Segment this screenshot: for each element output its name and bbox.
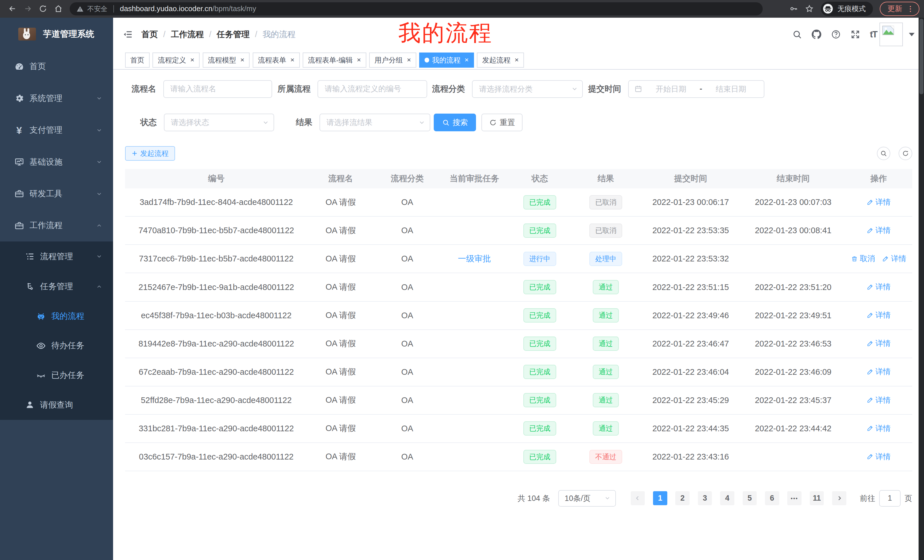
pager-ellipsis[interactable]: ••• xyxy=(787,491,801,506)
browser-reload-icon[interactable] xyxy=(35,1,51,16)
sidebar-item-home[interactable]: 首页 xyxy=(0,51,113,82)
bookmark-star-icon[interactable] xyxy=(805,4,814,13)
search-button[interactable]: 搜索 xyxy=(434,114,476,131)
detail-action-link[interactable]: 详情 xyxy=(867,423,891,434)
create-process-button[interactable]: 发起流程 xyxy=(125,146,175,161)
sidebar-item-label: 待办任务 xyxy=(51,340,84,351)
table-search-toggle-button[interactable] xyxy=(877,147,890,160)
pager-page-6[interactable]: 6 xyxy=(765,491,779,506)
tab-close-icon[interactable]: × xyxy=(514,57,519,64)
reset-button[interactable]: 重置 xyxy=(482,114,522,131)
sidebar-item-task-management[interactable]: 任务管理 xyxy=(0,271,113,301)
tab-close-icon[interactable]: × xyxy=(290,57,294,64)
tab-close-icon[interactable]: × xyxy=(240,57,244,64)
pager-next-button[interactable] xyxy=(832,491,846,506)
cell-submit-time: 2022-01-22 23:44:35 xyxy=(640,424,741,433)
detail-action-link[interactable]: 详情 xyxy=(867,452,891,462)
page-size-select[interactable]: 10条/页 xyxy=(558,490,616,507)
fullscreen-icon[interactable] xyxy=(850,29,860,39)
sidebar-item-dev-tools[interactable]: 研发工具 xyxy=(0,178,113,210)
avatar[interactable] xyxy=(879,22,903,46)
tab-流程表单-编辑[interactable]: 流程表单-编辑× xyxy=(303,52,366,68)
pager-page-2[interactable]: 2 xyxy=(675,491,690,506)
tab-close-icon[interactable]: × xyxy=(190,57,194,64)
address-bar[interactable]: 不安全 dashboard.yudao.iocoder.cn/bpm/task/… xyxy=(70,2,763,15)
pager-page-4[interactable]: 4 xyxy=(720,491,734,506)
search-icon[interactable] xyxy=(792,29,802,39)
chevron-down-icon xyxy=(571,85,578,93)
tab-流程表单[interactable]: 流程表单× xyxy=(253,52,300,68)
breadcrumb-item[interactable]: 首页 xyxy=(141,29,158,40)
detail-action-link[interactable]: 详情 xyxy=(867,310,891,320)
sidebar-item-process-management[interactable]: 流程管理 xyxy=(0,241,113,271)
tab-close-icon[interactable]: × xyxy=(465,57,469,64)
incognito-icon xyxy=(823,3,833,14)
tab-我的流程[interactable]: 我的流程× xyxy=(419,52,474,68)
process-table: 编号流程名流程分类当前审批任务状态结果提交时间结束时间操作 3ad174fb-7… xyxy=(125,169,912,471)
sidebar-item-label: 已办任务 xyxy=(51,370,84,381)
sidebar-item-infrastructure[interactable]: 基础设施 xyxy=(0,146,113,178)
definition-input[interactable] xyxy=(318,80,427,98)
detail-action-link[interactable]: 详情 xyxy=(867,395,891,405)
detail-action-link[interactable]: 详情 xyxy=(867,338,891,349)
sidebar-item-workflow[interactable]: 工作流程 xyxy=(0,210,113,241)
sidebar-item-system[interactable]: 系统管理 xyxy=(0,82,113,114)
tree-icon xyxy=(25,252,35,262)
goto-page-input[interactable] xyxy=(879,490,900,507)
cell-status: 已完成 xyxy=(508,308,572,322)
scrollbar-thumb[interactable] xyxy=(920,19,923,94)
pager-prev-button[interactable] xyxy=(631,491,645,506)
table-body: 3ad174fb-7b9d-11ec-8404-acde48001122OA 请… xyxy=(125,189,912,471)
detail-action-link[interactable]: 详情 xyxy=(867,282,891,292)
breadcrumb-item[interactable]: 工作流程 xyxy=(171,29,204,40)
tab-close-icon[interactable]: × xyxy=(357,57,361,64)
pager-page-1[interactable]: 1 xyxy=(653,491,667,506)
github-icon[interactable] xyxy=(812,29,822,39)
window-scrollbar[interactable] xyxy=(919,18,924,560)
tab-发起流程[interactable]: 发起流程× xyxy=(477,52,524,68)
pager-page-5[interactable]: 5 xyxy=(742,491,757,506)
status-badge: 已完成 xyxy=(524,280,556,294)
sidebar-item-leave-query[interactable]: 请假查询 xyxy=(0,390,113,420)
detail-action-link[interactable]: 详情 xyxy=(882,253,906,264)
current-task-link[interactable]: 一级审批 xyxy=(458,254,491,263)
sidebar-item-todo-tasks[interactable]: 待办任务 xyxy=(0,331,113,361)
tab-流程定义[interactable]: 流程定义× xyxy=(153,52,200,68)
pager-page-3[interactable]: 3 xyxy=(698,491,712,506)
pagination: 共 104 条 10条/页 123456•••11 前往 xyxy=(125,490,912,507)
tab-close-icon[interactable]: × xyxy=(407,57,411,64)
browser-menu-icon[interactable] xyxy=(906,5,915,13)
process-name-input[interactable] xyxy=(164,80,272,98)
submit-time-range-picker[interactable]: 开始日期 - 结束日期 xyxy=(628,80,764,98)
result-select[interactable]: 请选择流结果 xyxy=(320,114,430,131)
category-select[interactable]: 请选择流程分类 xyxy=(472,80,583,98)
table-refresh-button[interactable] xyxy=(898,147,912,160)
sidebar-item-payment[interactable]: ¥支付管理 xyxy=(0,114,113,146)
help-icon[interactable] xyxy=(831,29,841,39)
key-icon[interactable] xyxy=(789,4,798,13)
detail-action-link[interactable]: 详情 xyxy=(867,197,891,207)
eye-closed-icon xyxy=(36,370,46,380)
font-size-icon[interactable]: tT xyxy=(870,29,877,40)
tab-首页[interactable]: 首页 xyxy=(125,52,150,68)
browser-update-button[interactable]: 更新 xyxy=(880,2,919,16)
browser-back-icon[interactable] xyxy=(5,1,20,16)
detail-action-link[interactable]: 详情 xyxy=(867,367,891,377)
chevron-left-icon xyxy=(634,495,641,502)
tab-流程模型[interactable]: 流程模型× xyxy=(203,52,250,68)
detail-action-link[interactable]: 详情 xyxy=(867,225,891,235)
cancel-action-link[interactable]: 取消 xyxy=(851,253,875,264)
browser-home-icon[interactable] xyxy=(51,1,66,16)
pager-page-11[interactable]: 11 xyxy=(810,491,824,506)
edit-icon xyxy=(867,199,874,206)
status-select[interactable]: 请选择状态 xyxy=(164,114,274,131)
sidebar-item-done-tasks[interactable]: 已办任务 xyxy=(0,361,113,390)
status-badge: 进行中 xyxy=(524,252,556,266)
browser-forward-icon[interactable] xyxy=(20,1,35,16)
app-logo[interactable]: 芋道管理系统 xyxy=(0,18,113,51)
sidebar-collapse-icon[interactable] xyxy=(118,24,138,45)
avatar-caret-icon[interactable] xyxy=(909,33,915,36)
breadcrumb-item[interactable]: 任务管理 xyxy=(217,29,250,40)
tab-用户分组[interactable]: 用户分组× xyxy=(369,52,416,68)
sidebar-item-my-process[interactable]: 我的流程 xyxy=(0,302,113,331)
